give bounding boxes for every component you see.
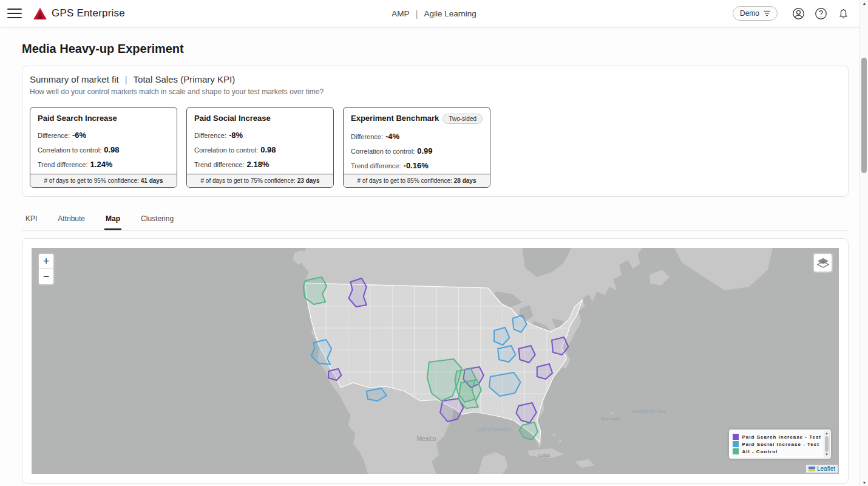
hispaniola-island [575,459,594,468]
legend-label: Paid Social Increase - Test [742,442,819,447]
help-icon [815,7,827,20]
bermuda-islet [611,412,613,414]
metric-card-title: Experiment Benchmark [351,114,439,123]
tab-attribute[interactable]: Attribute [56,209,86,230]
mexico-label: Mexico [417,436,436,442]
view-tabs: KPI Attribute Map Clustering [22,209,849,231]
difference-row: Difference:-8% [194,131,326,140]
legend-scroll-up-icon[interactable]: ▲ [825,431,829,436]
brand-logo-icon [33,7,47,20]
legend-swatch-paid-search [733,434,739,440]
correlation-row: Correlation to control:0.99 [351,146,483,156]
bermuda-label: Bermuda [601,416,621,422]
legend-scrollbar[interactable]: ▲ ▼ [824,431,830,457]
paid-social-increase-card: Paid Social Increase Difference:-8% Corr… [186,107,334,188]
summary-title-divider: | [125,74,127,84]
zoom-out-button[interactable]: − [39,269,53,284]
bell-icon [837,7,850,20]
legend-row: Paid Search Increase - Test [733,434,821,440]
legend-swatch-paid-social [733,441,739,447]
difference-row: Difference:-4% [351,132,483,141]
zoom-in-button[interactable]: + [39,254,53,269]
map-card: Mexico Gulf of Mexico Cuba Bermuda Sarga… [22,238,849,484]
trend-difference-row: Trend difference:1.24% [38,160,169,169]
summary-kpi-title: Total Sales (Primary KPI) [134,74,236,84]
brand-name: GPS Enterprise [52,7,125,19]
correlation-row: Correlation to control:0.98 [194,145,326,154]
bahamas-islet [553,434,555,436]
summary-title: Summary of market fit [30,74,119,84]
confidence-footer: # of days to get to 85% confidence:28 da… [344,174,490,187]
legend-label: Paid Search Increase - Test [742,434,821,440]
paid-search-increase-card: Paid Search Increase Difference:-6% Corr… [30,107,177,188]
two-sided-badge: Two-sided [442,114,483,124]
legend-row: All - Control [733,448,821,454]
layers-icon [817,258,829,269]
legend-scroll-thumb[interactable] [825,436,829,452]
map-attribution: Leaflet [806,465,838,473]
scrollbar-up-icon[interactable]: ▲ [860,1,868,5]
confidence-footer: # of days to get to 95% confidence:41 da… [30,174,177,187]
basemap-svg: Mexico Gulf of Mexico Cuba Bermuda Sarga… [32,248,839,474]
metric-card-title: Paid Social Increase [194,114,326,123]
difference-row: Difference:-6% [38,131,169,140]
account-icon [792,7,805,20]
hamburger-menu-icon[interactable] [7,9,22,19]
leaflet-attribution-link[interactable]: Leaflet [817,465,835,472]
legend-scroll-down-icon[interactable]: ▼ [825,453,829,457]
help-button[interactable] [814,7,827,20]
confidence-footer: # of days to get to 75% confidence:23 da… [187,174,333,187]
sargasso-sea-label: Sargasso Sea [631,408,666,414]
scrollbar-thumb[interactable] [861,58,867,173]
scrollbar-down-icon[interactable]: ▼ [860,481,868,485]
leaflet-map[interactable]: Mexico Gulf of Mexico Cuba Bermuda Sarga… [32,248,839,474]
tab-kpi[interactable]: KPI [24,209,38,230]
nav-divider: | [416,9,418,19]
nav-agile-learning-link[interactable]: Agile Learning [424,9,476,18]
tab-map[interactable]: Map [104,209,121,230]
bahamas-islet [559,440,561,442]
notifications-button[interactable] [836,7,850,20]
cuba-label: Cuba [538,453,551,458]
legend-label: All - Control [742,449,778,454]
vertical-scrollbar[interactable]: ▲ ▼ [860,0,868,486]
metric-card-title: Paid Search Increase [38,114,169,123]
leaflet-flag-icon [809,467,815,471]
header-actions: Demo [733,6,850,21]
page-title: Media Heavy-up Experiment [22,42,849,56]
legend-swatch-control [733,448,739,454]
trend-difference-row: Trend difference:-0.16% [351,161,483,170]
map-zoom-control: + − [38,253,55,286]
tab-clustering[interactable]: Clustering [140,209,175,230]
nav-amp-link[interactable]: AMP [392,9,409,18]
summary-question: How well do your control markets match i… [30,87,841,96]
trend-difference-row: Trend difference:2.18% [194,160,326,169]
top-app-bar: GPS Enterprise AMP | Agile Learning Demo [0,0,868,27]
map-legend: Paid Search Increase - Test Paid Social … [729,430,831,459]
account-button[interactable] [792,7,805,20]
legend-row: Paid Social Increase - Test [733,441,821,447]
map-market-polygon[interactable] [311,340,331,364]
yucatan-peninsula [478,452,508,474]
summary-of-market-fit-card: Summary of market fit | Total Sales (Pri… [22,66,849,197]
metric-cards-row: Paid Search Increase Difference:-6% Corr… [30,107,841,188]
demo-filter-button[interactable]: Demo [733,6,778,21]
brand: GPS Enterprise [33,7,125,20]
map-layers-button[interactable] [813,253,833,273]
experiment-benchmark-card: Experiment Benchmark Two-sided Differenc… [343,107,490,188]
header-center-nav: AMP | Agile Learning [392,9,476,19]
newfoundland-island [650,270,670,286]
filter-icon [764,10,770,16]
demo-filter-label: Demo [740,9,759,18]
gulf-of-mexico-label: Gulf of Mexico [476,426,511,433]
labrador-greenland-landmass [674,248,773,290]
correlation-row: Correlation to control:0.98 [38,145,169,154]
